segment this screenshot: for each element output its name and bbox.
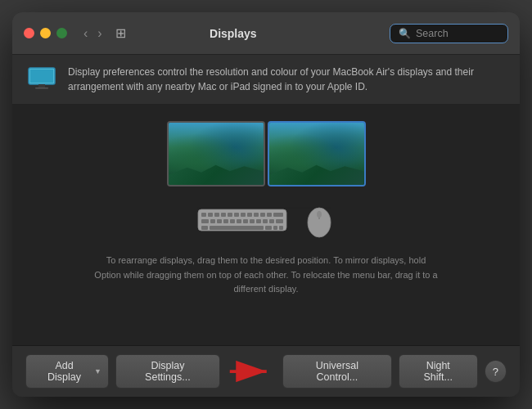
svg-rect-12	[247, 213, 252, 217]
display-thumb-primary	[167, 121, 265, 187]
svg-rect-6	[208, 213, 213, 217]
svg-rect-29	[201, 226, 208, 230]
info-text: Display preferences control the resoluti…	[68, 65, 505, 94]
help-button[interactable]: ?	[485, 360, 507, 383]
helper-text: To rearrange displays, drag them to the …	[94, 254, 438, 297]
svg-rect-2	[38, 84, 45, 88]
svg-rect-5	[201, 213, 206, 217]
svg-rect-32	[273, 226, 277, 230]
svg-rect-15	[267, 213, 272, 217]
svg-rect-22	[237, 219, 241, 223]
monitor-icon	[27, 66, 56, 89]
svg-rect-1	[30, 70, 53, 83]
maximize-button[interactable]	[56, 28, 67, 38]
mouse-icon	[304, 200, 335, 240]
peripherals-area	[197, 200, 335, 240]
keyboard-icon	[197, 204, 287, 236]
svg-rect-3	[35, 88, 48, 89]
main-content: To rearrange displays, drag them to the …	[12, 105, 520, 345]
svg-rect-19	[217, 219, 222, 223]
svg-rect-25	[256, 219, 261, 223]
universal-control-button[interactable]: Universal Control...	[282, 354, 392, 389]
add-display-label: Add Display	[38, 360, 91, 383]
svg-rect-18	[210, 219, 215, 223]
svg-rect-16	[273, 213, 283, 217]
window-title: Displays	[85, 27, 381, 40]
night-shift-button[interactable]: Night Shift...	[399, 354, 478, 389]
svg-rect-30	[210, 226, 264, 230]
svg-rect-33	[279, 226, 283, 230]
main-window: ‹ › ⊞ Displays 🔍 Display preferences con…	[12, 12, 520, 397]
search-box[interactable]: 🔍	[390, 24, 508, 43]
svg-rect-14	[260, 213, 265, 217]
info-bar: Display preferences control the resoluti…	[12, 55, 520, 105]
arrow-indicator	[227, 359, 276, 384]
bottom-bar: Add Display ▼ Display Settings... Univer…	[12, 345, 520, 397]
search-icon: 🔍	[399, 28, 411, 39]
svg-rect-10	[234, 213, 239, 217]
svg-rect-17	[201, 219, 209, 223]
svg-rect-26	[263, 219, 268, 223]
close-button[interactable]	[24, 28, 34, 38]
add-display-button[interactable]: Add Display ▼	[25, 354, 109, 389]
svg-rect-23	[243, 219, 248, 223]
svg-point-36	[317, 211, 322, 218]
svg-rect-27	[269, 219, 274, 223]
svg-rect-21	[230, 219, 235, 223]
svg-rect-7	[214, 213, 219, 217]
displays-preview	[167, 121, 366, 187]
svg-rect-28	[276, 219, 283, 223]
svg-rect-31	[265, 226, 272, 230]
svg-rect-11	[241, 213, 246, 217]
display-settings-button[interactable]: Display Settings...	[115, 354, 220, 389]
svg-rect-8	[221, 213, 226, 217]
svg-rect-9	[228, 213, 232, 217]
svg-rect-24	[250, 219, 255, 223]
svg-rect-20	[223, 219, 228, 223]
search-input[interactable]	[416, 28, 499, 39]
traffic-lights	[24, 28, 67, 38]
display-thumb-secondary	[268, 121, 366, 187]
minimize-button[interactable]	[40, 28, 51, 38]
dropdown-arrow-icon: ▼	[94, 367, 101, 375]
svg-rect-13	[254, 213, 259, 217]
titlebar: ‹ › ⊞ Displays 🔍	[12, 12, 520, 55]
